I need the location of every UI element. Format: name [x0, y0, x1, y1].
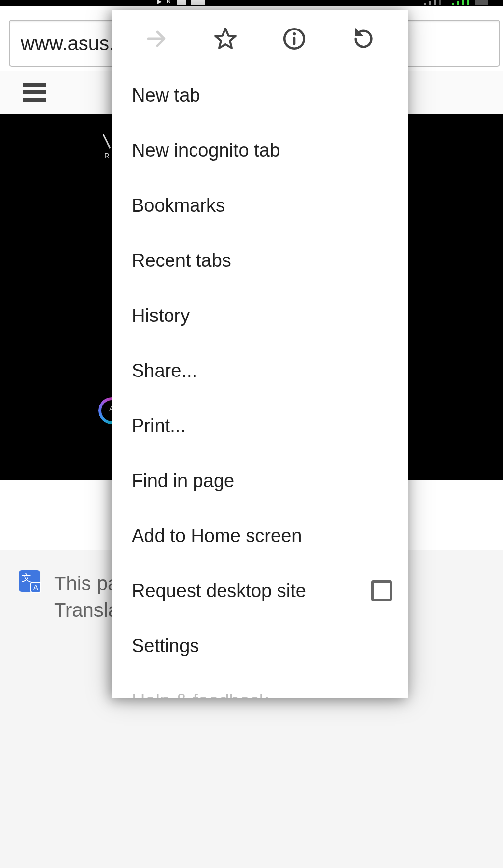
menu-item-label: Share... — [132, 360, 197, 381]
menu-item-bookmarks[interactable]: Bookmarks — [112, 178, 408, 233]
menu-item-recent-tabs[interactable]: Recent tabs — [112, 233, 408, 288]
forward-icon[interactable] — [143, 26, 169, 52]
menu-items: New tab New incognito tab Bookmarks Rece… — [112, 68, 408, 698]
menu-item-share[interactable]: Share... — [112, 343, 408, 398]
menu-item-label: Print... — [132, 415, 186, 436]
menu-item-label: Add to Home screen — [132, 525, 302, 547]
menu-item-label: New incognito tab — [132, 140, 280, 161]
reload-icon[interactable] — [351, 26, 376, 52]
menu-item-request-desktop[interactable]: Request desktop site — [112, 563, 408, 618]
menu-item-label: Find in page — [132, 470, 234, 492]
menu-item-label: Request desktop site — [132, 580, 306, 602]
hamburger-icon[interactable] — [23, 83, 46, 102]
menu-item-help-feedback[interactable]: Help & feedback — [112, 673, 408, 698]
menu-item-label: New tab — [132, 85, 200, 106]
status-left: ▸ N — [157, 0, 305, 5]
status-signal — [424, 0, 488, 5]
menu-item-print[interactable]: Print... — [112, 398, 408, 453]
menu-item-label: Settings — [132, 636, 199, 657]
menu-item-new-incognito[interactable]: New incognito tab — [112, 123, 408, 178]
menu-item-new-tab[interactable]: New tab — [112, 68, 408, 123]
overflow-menu: New tab New incognito tab Bookmarks Rece… — [112, 10, 408, 698]
menu-item-label: Help & feedback — [132, 691, 269, 698]
menu-item-settings[interactable]: Settings — [112, 618, 408, 673]
translate-text: This pa Transla — [54, 570, 119, 623]
status-bar: ▸ N — [0, 0, 503, 6]
menu-item-label: Bookmarks — [132, 195, 225, 216]
menu-icon-row — [112, 10, 408, 68]
translate-icon: 文 A — [19, 570, 40, 592]
menu-item-history[interactable]: History — [112, 288, 408, 343]
menu-item-find-in-page[interactable]: Find in page — [112, 453, 408, 508]
omnibox-text: www.asus. — [21, 32, 114, 55]
svg-marker-1 — [215, 29, 236, 48]
menu-item-add-home[interactable]: Add to Home screen — [112, 508, 408, 563]
menu-item-label: Recent tabs — [132, 250, 231, 271]
info-icon[interactable] — [281, 26, 307, 52]
checkbox-icon[interactable] — [371, 580, 392, 601]
star-icon[interactable] — [213, 26, 238, 52]
menu-item-label: History — [132, 305, 190, 326]
